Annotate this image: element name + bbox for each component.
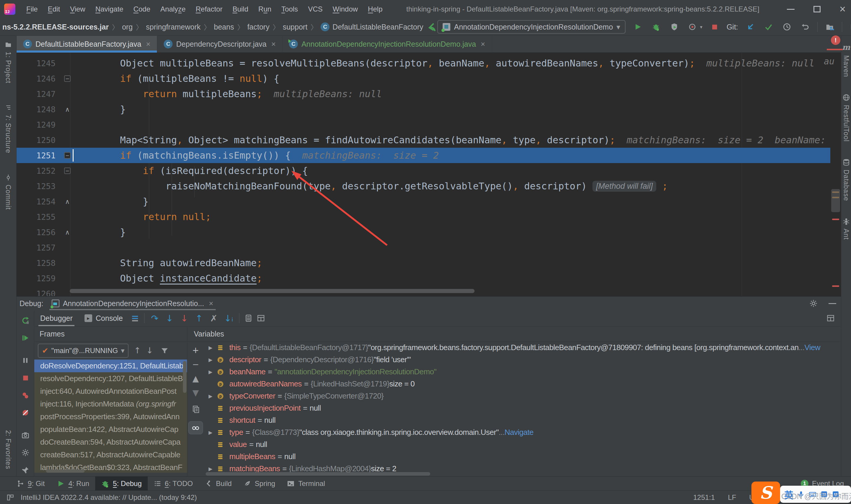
toolbar-item-build[interactable]: Build	[199, 476, 238, 490]
run-to-cursor-button[interactable]: ↓ᵢ	[221, 313, 236, 324]
rerun-button[interactable]	[19, 314, 32, 327]
variable-row-shortcut[interactable]: shortcut=null	[204, 414, 841, 426]
stop-button[interactable]	[708, 21, 721, 33]
variable-link[interactable]: View	[804, 343, 820, 352]
menu-edit[interactable]: Edit	[43, 5, 65, 13]
frame-row[interactable]: doResolveDependency:1251, DefaultListab	[34, 360, 187, 372]
fold-gutter[interactable]: −	[60, 75, 74, 82]
menu-file[interactable]: File	[21, 5, 43, 13]
expand-icon[interactable]: ▶	[204, 430, 217, 435]
fold-collapse-icon[interactable]: −	[64, 75, 71, 82]
fold-gutter[interactable]: ∧	[60, 198, 74, 205]
code-editor[interactable]: 1245 Object multipleBeans = resolveMulti…	[17, 53, 830, 296]
expand-icon[interactable]: ▶	[204, 466, 217, 472]
fold-gutter[interactable]: −	[60, 152, 74, 159]
sidebar-item-commit[interactable]: Commit	[4, 174, 12, 210]
variable-row-this[interactable]: ▶this={DefaultListableBeanFactory@1717} …	[204, 342, 841, 354]
code-line-1257[interactable]: 1257	[17, 240, 830, 255]
move-watch-up-button[interactable]: ▲	[192, 375, 199, 383]
tab-DependencyDescriptor.java[interactable]: CDependencyDescriptor.java×	[157, 36, 283, 52]
editor-horizontal-scrollbar[interactable]	[70, 289, 474, 293]
variable-row-beanName[interactable]: ▶pbeanName="annotationDependencyInjectio…	[204, 366, 841, 378]
run-configuration-select[interactable]: AnnotationDependencyInjectionResolutionD…	[437, 20, 625, 34]
caret-position[interactable]: 1251:1	[693, 493, 715, 502]
fold-end-icon[interactable]: ∧	[65, 229, 70, 236]
breadcrumb-item[interactable]: ns-5.2.2.RELEASE-sources.jar	[2, 23, 109, 31]
git-rollback-button[interactable]	[799, 21, 811, 33]
view-breakpoints-button[interactable]	[19, 389, 32, 401]
project-structure-button[interactable]	[823, 21, 836, 33]
expand-icon[interactable]: ▶	[204, 345, 217, 351]
maximize-icon[interactable]	[813, 6, 820, 13]
step-over-button[interactable]: ↷	[147, 313, 162, 324]
frame-row[interactable]: populateBean:1422, AbstractAutowireCap	[34, 423, 187, 436]
close-icon[interactable]: ×	[839, 4, 846, 15]
layout-menu-button[interactable]	[129, 312, 141, 324]
restore-layout-button[interactable]	[825, 312, 837, 324]
debug-button[interactable]	[650, 21, 662, 33]
settings-gear-icon[interactable]	[807, 297, 820, 310]
fold-gutter[interactable]: ∧	[60, 106, 74, 113]
inspections-error-badge[interactable]: !	[831, 35, 840, 45]
evaluate-expression-button[interactable]	[242, 312, 255, 324]
fold-gutter[interactable]: −	[60, 167, 74, 174]
error-stripe[interactable]	[830, 53, 841, 296]
toolbar-item-terminal[interactable]: Terminal	[281, 476, 331, 490]
close-icon[interactable]: ×	[209, 299, 213, 308]
mute-breakpoints-button[interactable]	[19, 407, 32, 419]
hide-panel-icon[interactable]	[829, 303, 836, 304]
code-line-1252[interactable]: 1252− if (isRequired(descriptor)) {	[17, 163, 830, 178]
code-line-1254[interactable]: 1254∧ }	[17, 194, 830, 209]
frame-row[interactable]: inject:640, AutowiredAnnotationBeanPost	[34, 385, 187, 398]
view-options-button[interactable]	[255, 312, 267, 324]
frame-row[interactable]: resolveDependency:1207, DefaultListableB	[34, 372, 187, 385]
move-watch-down-button[interactable]: ▼	[192, 389, 199, 397]
profiler-chevron-icon[interactable]: ▾	[700, 24, 702, 30]
sidebar-item-1-project[interactable]: 1: Project	[4, 41, 12, 83]
status-message-area[interactable]: IntelliJ IDEA 2022.2.4 available: // Upd…	[0, 491, 197, 504]
frame-up-icon[interactable]: ↑	[134, 346, 141, 355]
profiler-button[interactable]	[686, 21, 699, 33]
code-line-1248[interactable]: 1248∧ }	[17, 102, 830, 117]
tab-debugger[interactable]: Debugger	[34, 310, 78, 326]
step-out-button[interactable]: ↑	[192, 313, 206, 324]
frame-row[interactable]: inject:116, InjectionMetadata (org.sprin…	[34, 398, 187, 410]
fold-gutter[interactable]: ∧	[60, 229, 74, 236]
git-update-button[interactable]	[744, 21, 757, 33]
breadcrumb-item[interactable]: support	[283, 23, 307, 31]
variable-row-matchingBeans[interactable]: ▶matchingBeans={LinkedHashMap@2004} size…	[204, 463, 841, 472]
code-line-1259[interactable]: 1259 Object instanceCandidate;	[17, 271, 830, 286]
toolbar-item--todo[interactable]: 6: TODO	[148, 476, 199, 490]
expand-icon[interactable]: ▶	[204, 369, 217, 375]
frames-vertical-scrollbar[interactable]	[183, 361, 186, 393]
debug-session-tab[interactable]: AnnotationDependencyInjectionResolutio..…	[52, 296, 213, 310]
code-line-1250[interactable]: 1250 Map<String, Object> matchingBeans =…	[17, 132, 830, 148]
fold-end-icon[interactable]: ∧	[65, 106, 70, 113]
git-commit-button[interactable]	[762, 21, 775, 33]
frames-horizontal-scrollbar[interactable]	[46, 469, 85, 473]
debugger-settings-button[interactable]	[19, 446, 32, 459]
toolbar-item--run[interactable]: 4: Run	[51, 476, 95, 490]
git-history-button[interactable]	[781, 21, 793, 33]
variable-row-previousInjectionPoint[interactable]: previousInjectionPoint=null	[204, 402, 841, 414]
variable-row-typeConverter[interactable]: ▶ptypeConverter={SimpleTypeConverter@172…	[204, 390, 841, 402]
thread-dump-button[interactable]	[19, 429, 32, 442]
menu-view[interactable]: View	[65, 5, 90, 13]
expand-icon[interactable]: ▶	[204, 357, 217, 363]
show-watches-button[interactable]	[188, 421, 203, 434]
code-line-1246[interactable]: 1246− if (multipleBeans != null) {	[17, 71, 830, 86]
step-into-button[interactable]: ↓	[162, 313, 177, 324]
code-line-1258[interactable]: 1258 String autowiredBeanName;	[17, 255, 830, 271]
menu-analyze[interactable]: Analyze	[156, 5, 191, 13]
sidebar-item-ant[interactable]: Ant	[842, 217, 850, 240]
filter-icon[interactable]	[158, 344, 171, 357]
code-line-1247[interactable]: 1247 return multipleBeans; multipleBeans…	[17, 86, 830, 102]
code-line-1245[interactable]: 1245 Object multipleBeans = resolveMulti…	[17, 56, 830, 71]
frame-row[interactable]: createBean:517, AbstractAutowireCapable	[34, 448, 187, 461]
code-line-1249[interactable]: 1249	[17, 117, 830, 132]
code-line-1251[interactable]: 1251− if (matchingBeans.isEmpty()) { mat…	[17, 148, 830, 163]
error-mark[interactable]	[832, 285, 839, 287]
menu-vcs[interactable]: VCS	[303, 5, 327, 13]
menu-run[interactable]: Run	[253, 5, 276, 13]
toolbar-item-spring[interactable]: Spring	[238, 476, 281, 490]
